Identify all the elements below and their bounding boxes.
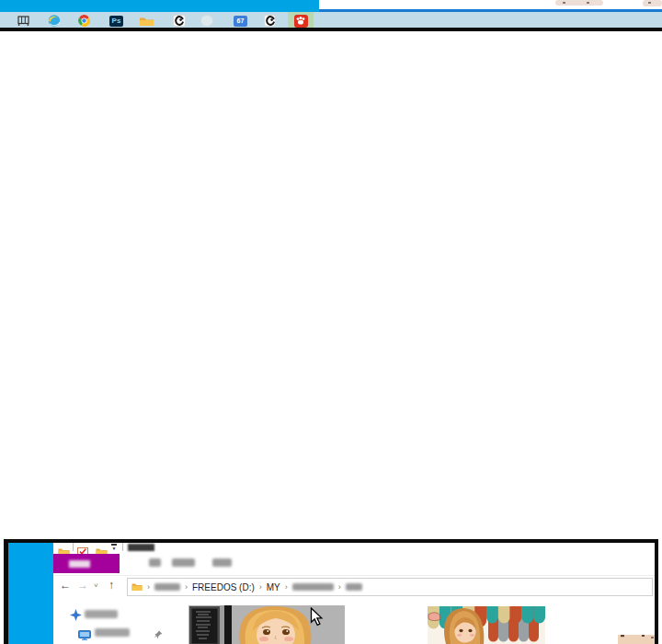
qat-separator [122, 543, 123, 551]
crumb-separator: › [285, 582, 288, 592]
window-title-blurred [128, 544, 154, 551]
crumb-separator: › [147, 582, 150, 592]
sidebar-item-quick-access-blurred[interactable] [85, 610, 118, 618]
spiral-app-icon[interactable] [173, 15, 186, 27]
address-folder-icon [131, 582, 143, 592]
paw-recorder-app-icon[interactable] [293, 15, 308, 27]
desktop-icon[interactable] [78, 627, 91, 644]
back-button[interactable]: ← [60, 580, 71, 591]
qat-customize-dropdown[interactable]: ▼ [110, 543, 118, 550]
crumb-blurred-1[interactable] [154, 583, 180, 591]
ribbon-divider [53, 575, 655, 576]
chrome-icon[interactable] [78, 15, 90, 27]
cropped-ui-remnant [643, 0, 662, 6]
inactive-app-icon[interactable] [200, 15, 213, 27]
forward-button[interactable]: → [77, 580, 88, 591]
crumb-separator: › [185, 582, 188, 592]
taskbar: Ps 67 [0, 12, 662, 28]
file-tab-label-blurred [69, 560, 90, 568]
spiral-app-icon-2[interactable] [264, 15, 276, 27]
crumb-blurred-2[interactable] [292, 583, 334, 591]
address-bar[interactable]: › › FREEDOS (D:) › MY › › [127, 578, 653, 596]
mouse-cursor [310, 607, 324, 630]
file-explorer-window: ▼ ← → ˅ ↑ › › [53, 543, 655, 644]
screenshot-root: Ps 67 [0, 0, 662, 644]
crumb-blurred-3[interactable] [346, 583, 362, 591]
folder-icon[interactable] [139, 15, 154, 27]
top-title-bar-fragment [0, 0, 319, 13]
up-button[interactable]: ↑ [108, 580, 114, 591]
ribbon-tab-share-blurred[interactable] [172, 558, 195, 567]
task-view-icon[interactable] [17, 15, 29, 27]
blue-document-app-label: 67 [234, 16, 247, 27]
ribbon-tab-home-blurred[interactable] [149, 558, 161, 567]
cropped-ui-remnant [555, 0, 603, 6]
crumb-folder-my[interactable]: MY [267, 582, 280, 592]
background-window-strip [8, 543, 53, 644]
thumbnail-image-2[interactable] [428, 606, 545, 644]
thumbnail-image-3-partial[interactable] [618, 633, 655, 644]
screenshot-border-line [0, 28, 662, 31]
qat-dropdown-glyph: ▼ [112, 546, 117, 551]
sidebar-item-desktop-blurred[interactable] [95, 628, 130, 637]
crumb-separator: › [338, 582, 341, 592]
bottom-capture-frame: ▼ ← → ˅ ↑ › › [4, 539, 658, 644]
qat-separator [73, 543, 74, 551]
history-dropdown-button[interactable]: ˅ [94, 582, 98, 590]
blue-document-app-icon[interactable]: 67 [234, 15, 247, 27]
pin-icon [154, 627, 163, 643]
crumb-separator: › [259, 582, 262, 592]
quick-access-star-icon[interactable] [70, 608, 82, 625]
ribbon-tab-view-blurred[interactable] [212, 558, 232, 567]
photoshop-icon-label: Ps [109, 16, 123, 27]
photoshop-icon[interactable]: Ps [109, 15, 123, 27]
ribbon-file-tab[interactable] [53, 554, 120, 573]
crumb-drive[interactable]: FREEDOS (D:) [192, 582, 255, 592]
edge-browser-icon[interactable] [46, 15, 62, 27]
